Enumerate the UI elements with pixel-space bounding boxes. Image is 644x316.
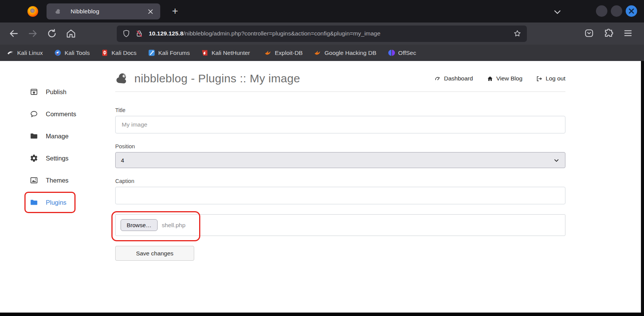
save-changes-button[interactable]: Save changes: [115, 246, 194, 261]
bookmark-kali-linux[interactable]: Kali Linux: [7, 49, 43, 56]
top-nav: Dashboard View Blog Log out: [435, 75, 565, 82]
title-input[interactable]: [115, 116, 565, 133]
title-label: Title: [115, 107, 565, 113]
window-maximize-button[interactable]: [611, 5, 622, 17]
folder-icon: [30, 198, 38, 207]
url-bar[interactable]: 10.129.125.8/nibbleblog/admin.php?contro…: [117, 26, 527, 42]
firefox-icon: [27, 6, 38, 17]
main-panel: nibbleblog - Plugins :: My image Dashboa…: [115, 61, 565, 261]
browser-window: Nibbleblog + 10.129.125.8/nibbleblog/adm…: [0, 0, 644, 316]
position-value: 4: [121, 157, 124, 164]
home-button[interactable]: [66, 28, 76, 39]
url-host: 10.129.125.8: [149, 30, 184, 37]
offsec-icon: [388, 49, 395, 56]
page-header: nibbleblog - Plugins :: My image Dashboa…: [115, 70, 565, 87]
folder-icon: [30, 132, 38, 140]
position-label: Position: [115, 143, 565, 149]
url-path: /nibbleblog/admin.php?controller=plugins…: [184, 30, 381, 37]
file-name: shell.php: [162, 222, 185, 229]
chevron-down-icon: [553, 157, 560, 164]
kali-docs-icon: [101, 49, 108, 56]
tab-favicon-squirrel-icon: [55, 8, 61, 15]
tab-close-icon[interactable]: [147, 8, 154, 15]
bookmark-label: Kali Linux: [17, 50, 43, 56]
insecure-lock-icon[interactable]: [135, 29, 143, 38]
nibbleblog-squirrel-icon: [115, 72, 129, 86]
header-divider: [115, 91, 565, 92]
menu-button[interactable]: [623, 28, 633, 38]
sidebar: Publish Comments Manage Settings Themes …: [0, 61, 115, 218]
bookmark-star-icon[interactable]: [513, 29, 522, 38]
file-input[interactable]: Browse… shell.php: [115, 214, 565, 236]
screen-bottom-edge: [0, 313, 644, 316]
nav-label: View Blog: [496, 75, 523, 82]
page-content: Publish Comments Manage Settings Themes …: [0, 61, 644, 316]
comments-icon: [30, 110, 38, 118]
sidebar-item-comments[interactable]: Comments: [0, 107, 115, 120]
bookmark-kali-forums[interactable]: Kali Forums: [148, 49, 190, 56]
url-text: 10.129.125.8/nibbleblog/admin.php?contro…: [149, 30, 380, 37]
bookmark-label: OffSec: [398, 50, 416, 56]
tabs-dropdown-icon[interactable]: [552, 7, 562, 17]
window-close-button[interactable]: [626, 5, 637, 17]
sidebar-item-label: Themes: [46, 177, 69, 184]
bookmark-label: Kali NetHunter: [211, 50, 250, 56]
browser-tab[interactable]: Nibbleblog: [47, 3, 160, 19]
home-icon: [487, 75, 493, 82]
kali-linux-icon: [7, 49, 14, 56]
kali-tools-icon: [54, 49, 61, 56]
nav-log-out[interactable]: Log out: [536, 75, 565, 82]
bookmark-kali-tools[interactable]: Kali Tools: [54, 49, 90, 56]
sidebar-item-label: Manage: [46, 133, 69, 140]
forward-button[interactable]: [27, 28, 38, 39]
publish-icon: [30, 88, 38, 96]
sidebar-item-settings[interactable]: Settings: [0, 152, 115, 165]
position-select[interactable]: 4: [115, 152, 565, 168]
sidebar-item-label: Publish: [46, 88, 66, 96]
caption-input[interactable]: [115, 187, 565, 204]
shield-icon[interactable]: [122, 29, 130, 38]
gear-icon: [30, 154, 38, 162]
bookmark-google-hacking-db[interactable]: Google Hacking DB: [314, 49, 376, 56]
bookmark-label: Exploit-DB: [275, 50, 303, 56]
window-minimize-button[interactable]: [596, 5, 607, 17]
bookmark-label: Kali Forums: [158, 50, 190, 56]
navigation-toolbar: 10.129.125.8/nibbleblog/admin.php?contro…: [0, 22, 644, 45]
window-close-icon: [629, 8, 634, 14]
kali-nethunter-icon: [201, 49, 208, 56]
back-button[interactable]: [8, 28, 19, 39]
pocket-button[interactable]: [584, 28, 594, 38]
sidebar-item-label: Plugins: [46, 199, 66, 206]
bookmark-label: Kali Docs: [111, 50, 136, 56]
extensions-button[interactable]: [603, 28, 614, 38]
screen-right-edge: [641, 61, 644, 316]
new-tab-button[interactable]: +: [169, 5, 182, 18]
image-icon: [30, 176, 38, 184]
nav-label: Log out: [546, 75, 565, 82]
sidebar-item-label: Comments: [46, 111, 76, 118]
bookmarks-toolbar: Kali Linux Kali Tools Kali Docs Kali For…: [0, 45, 644, 61]
dashboard-icon: [435, 75, 441, 82]
sidebar-item-manage[interactable]: Manage: [0, 130, 115, 143]
nav-dashboard[interactable]: Dashboard: [435, 75, 473, 82]
tab-bar: Nibbleblog +: [0, 0, 644, 22]
browse-button[interactable]: Browse…: [121, 219, 158, 231]
nav-label: Dashboard: [444, 75, 473, 82]
sidebar-item-plugins[interactable]: Plugins: [0, 196, 115, 209]
bookmark-label: Google Hacking DB: [324, 50, 376, 56]
page-title: nibbleblog - Plugins :: My image: [134, 72, 300, 85]
tab-title: Nibbleblog: [71, 8, 99, 15]
sidebar-item-publish[interactable]: Publish: [0, 85, 115, 98]
ghdb-icon: [314, 49, 321, 56]
bookmark-offsec[interactable]: OffSec: [388, 49, 416, 56]
bookmark-kali-docs[interactable]: Kali Docs: [101, 49, 136, 56]
sidebar-item-themes[interactable]: Themes: [0, 174, 115, 187]
logout-icon: [536, 75, 543, 82]
sidebar-item-label: Settings: [46, 155, 69, 162]
reload-button[interactable]: [47, 28, 57, 39]
bookmark-exploit-db[interactable]: Exploit-DB: [264, 49, 303, 56]
nav-view-blog[interactable]: View Blog: [487, 75, 523, 82]
bookmark-kali-nethunter[interactable]: Kali NetHunter: [201, 49, 250, 56]
caption-label: Caption: [115, 178, 565, 184]
bookmark-label: Kali Tools: [64, 50, 90, 56]
